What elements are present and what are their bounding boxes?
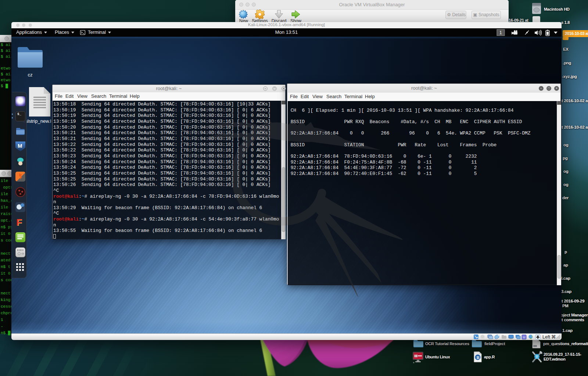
svg-text:R: R bbox=[477, 355, 480, 360]
svg-text:1: 1 bbox=[499, 30, 502, 35]
svg-text:p: p bbox=[413, 361, 415, 364]
svg-text:U: U bbox=[523, 336, 525, 339]
